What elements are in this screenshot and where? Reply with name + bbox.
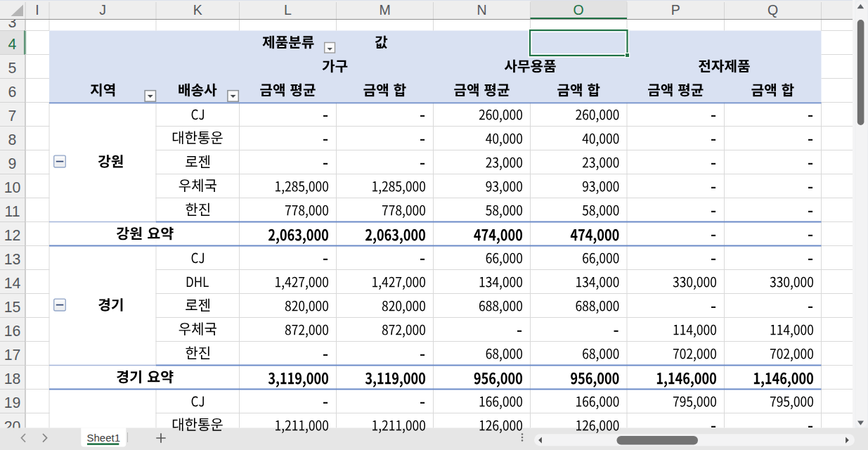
svg-text:11: 11 — [4, 203, 20, 220]
svg-text:13: 13 — [4, 251, 21, 268]
svg-text:J: J — [99, 2, 106, 18]
svg-text:O: O — [574, 2, 584, 18]
svg-text:14: 14 — [4, 275, 21, 292]
svg-text:N: N — [477, 2, 486, 18]
svg-text:16: 16 — [4, 323, 21, 340]
svg-text:10: 10 — [4, 179, 21, 196]
svg-text:5: 5 — [8, 60, 17, 77]
svg-text:19: 19 — [4, 394, 21, 411]
svg-text:4: 4 — [8, 36, 17, 53]
svg-text:17: 17 — [4, 347, 21, 364]
svg-text:7: 7 — [8, 108, 17, 124]
svg-text:8: 8 — [8, 131, 17, 148]
svg-text:Sheet1: Sheet1 — [87, 432, 121, 444]
svg-text:K: K — [193, 2, 202, 18]
svg-text:L: L — [284, 2, 292, 18]
svg-text:I: I — [35, 2, 39, 18]
svg-text:M: M — [379, 2, 390, 18]
svg-text:12: 12 — [4, 227, 21, 244]
svg-text:18: 18 — [4, 371, 21, 387]
svg-text:15: 15 — [4, 299, 21, 316]
svg-text:6: 6 — [8, 84, 17, 101]
svg-text:Q: Q — [767, 2, 778, 18]
svg-text:P: P — [671, 2, 680, 18]
svg-text:9: 9 — [8, 155, 17, 172]
